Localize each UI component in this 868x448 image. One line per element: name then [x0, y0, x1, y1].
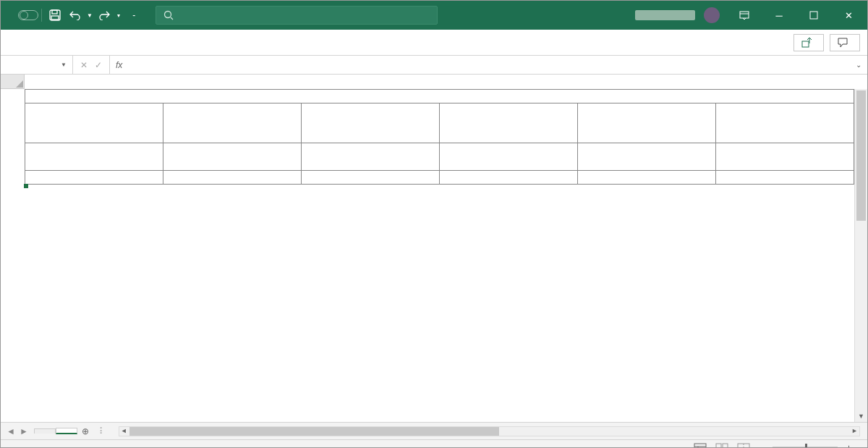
hint-patent[interactable]	[440, 143, 578, 171]
example-polis[interactable]	[302, 171, 440, 185]
tab-view[interactable]	[160, 38, 180, 47]
tab-file[interactable]	[8, 38, 28, 47]
sheet-nav-prev-icon[interactable]: ◄	[7, 426, 15, 436]
share-button[interactable]	[793, 34, 824, 51]
scroll-thumb[interactable]	[856, 90, 866, 221]
search-box[interactable]	[156, 6, 438, 25]
cancel-formula-icon[interactable]: ✕	[80, 60, 88, 70]
svg-rect-13	[723, 444, 728, 449]
header-phone[interactable]	[716, 103, 854, 143]
accept-formula-icon[interactable]: ✓	[95, 60, 102, 70]
maximize-icon[interactable]	[798, 1, 830, 30]
redo-icon[interactable]	[94, 5, 114, 25]
hint-label[interactable]	[25, 143, 163, 171]
comments-button[interactable]	[830, 34, 860, 51]
undo-icon[interactable]	[65, 5, 85, 25]
horizontal-scrollbar[interactable]: ◄ ►	[119, 426, 860, 436]
add-sheet-icon[interactable]: ⊕	[77, 426, 93, 436]
toggle-switch-icon[interactable]	[18, 10, 38, 20]
example-snils[interactable]	[163, 171, 302, 185]
tab-help[interactable]	[182, 38, 202, 47]
svg-rect-9	[694, 444, 706, 449]
tab-page-layout[interactable]	[73, 38, 93, 47]
sheet-title[interactable]	[25, 90, 854, 103]
tab-home[interactable]	[30, 38, 50, 47]
zoom-out-icon[interactable]: −	[759, 443, 764, 449]
comment-icon	[838, 38, 848, 48]
name-box[interactable]: ▼	[1, 56, 73, 74]
expand-formula-bar-icon[interactable]: ⌄	[850, 61, 867, 69]
hint-snils[interactable]	[163, 143, 302, 171]
view-page-break-icon[interactable]	[737, 443, 750, 449]
view-page-layout-icon[interactable]	[715, 443, 728, 449]
svg-rect-5	[740, 12, 749, 18]
share-icon	[801, 38, 812, 48]
formula-bar: ▼ ✕ ✓ fx ⌄	[1, 56, 867, 75]
sheet-nav-next-icon[interactable]: ►	[20, 426, 28, 436]
tab-formulas[interactable]	[95, 38, 115, 47]
avatar[interactable]	[704, 7, 720, 23]
minimize-icon[interactable]: ─	[763, 1, 795, 30]
scroll-down-icon[interactable]: ▼	[855, 410, 867, 422]
undo-dropdown-icon[interactable]: ▼	[85, 5, 94, 25]
svg-rect-8	[802, 41, 809, 47]
example-doc[interactable]	[578, 171, 716, 185]
account-name-masked: xxxxxxx xxxxx	[635, 10, 695, 20]
ribbon-display-icon[interactable]	[728, 1, 760, 30]
sheet-tab-bar: ◄ ► ⊕ ⠇ ◄ ►	[1, 422, 867, 439]
example-patent[interactable]	[440, 171, 578, 185]
header-snils[interactable]	[163, 103, 302, 143]
tab-acrobat[interactable]	[203, 38, 224, 47]
name-box-dropdown-icon[interactable]: ▼	[61, 62, 67, 68]
svg-rect-2	[51, 16, 59, 20]
ribbon	[1, 30, 867, 56]
search-icon	[163, 10, 174, 20]
document-title: -	[130, 10, 138, 20]
vertical-scrollbar[interactable]: ▲ ▼	[854, 89, 867, 422]
hint-doc[interactable]	[578, 143, 716, 171]
tab-insert[interactable]	[51, 38, 72, 47]
sheet-tab-workers[interactable]	[56, 428, 77, 434]
header-num[interactable]	[25, 103, 163, 143]
example-phone[interactable]	[716, 171, 854, 185]
hint-polis[interactable]	[302, 143, 440, 171]
example-label[interactable]	[25, 171, 163, 185]
svg-point-3	[164, 12, 171, 18]
header-patent[interactable]	[440, 103, 578, 143]
svg-rect-1	[52, 10, 57, 14]
zoom-in-icon[interactable]: +	[846, 443, 851, 449]
svg-rect-12	[716, 444, 721, 449]
tab-data[interactable]	[116, 38, 137, 47]
fx-icon[interactable]: fx	[110, 60, 128, 70]
hscroll-thumb[interactable]	[129, 427, 500, 436]
header-doc[interactable]	[578, 103, 716, 143]
close-icon[interactable]: ✕	[833, 1, 864, 30]
svg-rect-7	[810, 12, 817, 19]
active-cell-indicator	[25, 185, 27, 187]
hint-phone[interactable]	[716, 143, 854, 171]
sheet-tab-template[interactable]	[34, 428, 56, 434]
autosave-toggle[interactable]	[14, 10, 38, 20]
view-normal-icon[interactable]	[694, 443, 707, 449]
tab-review[interactable]	[138, 38, 158, 47]
save-icon[interactable]	[45, 5, 65, 25]
status-bar: − +	[1, 439, 867, 448]
select-all-corner[interactable]	[1, 75, 25, 89]
title-bar: ▼ ▾ - xxxxxxx xxxxx ─ ✕	[1, 1, 867, 30]
header-polis[interactable]	[302, 103, 440, 143]
svg-line-4	[171, 17, 173, 20]
spreadsheet-grid[interactable]: ▲ ▼	[1, 75, 867, 422]
qat-customize-icon[interactable]: ▾	[114, 5, 123, 25]
